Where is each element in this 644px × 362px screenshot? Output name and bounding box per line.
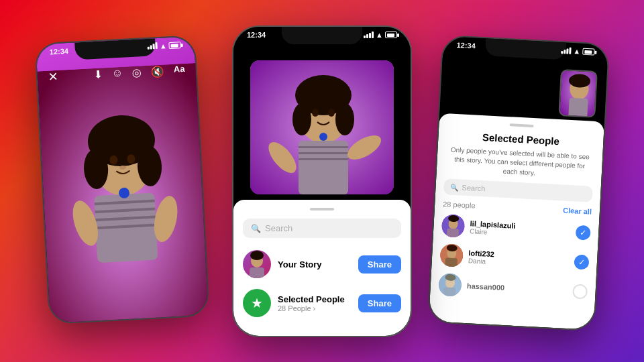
svg-rect-26 bbox=[299, 152, 348, 154]
center-bottom-sheet: 🔍 Search Your Story bbox=[233, 200, 411, 336]
right-panel-description: Only people you've selected will be able… bbox=[437, 145, 603, 182]
svg-point-20 bbox=[335, 103, 354, 135]
download-icon[interactable]: ⬇ bbox=[93, 68, 103, 81]
right-search-placeholder: Search bbox=[462, 184, 485, 193]
right-story-thumb bbox=[558, 69, 598, 118]
center-story-photo bbox=[250, 60, 394, 194]
signal-icon bbox=[147, 42, 158, 51]
svg-point-21 bbox=[312, 109, 319, 117]
right-signal-icon bbox=[561, 47, 572, 54]
search-placeholder: Search bbox=[265, 223, 292, 233]
svg-rect-27 bbox=[299, 158, 348, 160]
center-status-icons: ▲ bbox=[364, 31, 397, 39]
left-status-icons: ▲ bbox=[147, 41, 180, 51]
battery-icon bbox=[168, 42, 180, 49]
close-button[interactable]: ✕ bbox=[48, 69, 58, 84]
svg-point-19 bbox=[292, 103, 311, 135]
user-info-1: lil_lapislazuli Claire bbox=[470, 219, 571, 240]
center-battery-icon bbox=[385, 32, 397, 38]
center-signal-icon bbox=[364, 32, 374, 38]
selected-people-share-btn[interactable]: Share bbox=[358, 294, 401, 312]
svg-point-32 bbox=[250, 251, 264, 260]
selected-people-info: Selected People 28 People › bbox=[278, 294, 352, 312]
right-status-icons: ▲ bbox=[561, 46, 594, 56]
user-info-3: hassan000 bbox=[467, 282, 568, 295]
check-2[interactable]: ✓ bbox=[574, 255, 589, 270]
star-icon: ★ bbox=[251, 295, 263, 311]
your-story-share-btn[interactable]: Share bbox=[358, 255, 401, 274]
right-handle bbox=[509, 123, 533, 127]
user-avatar-3 bbox=[438, 273, 462, 297]
center-search[interactable]: 🔍 Search bbox=[243, 219, 401, 238]
right-phone-content: 12:34 ▲ bbox=[429, 36, 608, 330]
right-search-icon: 🔍 bbox=[450, 183, 459, 191]
right-count: 28 people bbox=[443, 200, 476, 210]
svg-rect-33 bbox=[250, 267, 264, 278]
svg-rect-49 bbox=[443, 287, 456, 296]
phone-left: 12:34 ▲ ✕ bbox=[34, 35, 210, 324]
your-story-avatar bbox=[243, 250, 271, 278]
your-story-row: Your Story Share bbox=[233, 245, 411, 284]
phones-container: 12:34 ▲ ✕ bbox=[0, 0, 644, 362]
phone-right: 12:34 ▲ bbox=[427, 35, 610, 331]
mute-icon[interactable]: 🔇 bbox=[150, 64, 164, 78]
svg-rect-37 bbox=[568, 98, 588, 118]
selected-people-name: Selected People bbox=[278, 294, 352, 304]
left-phone-content: 12:34 ▲ ✕ bbox=[36, 36, 208, 323]
left-story-photo bbox=[37, 63, 209, 324]
user-avatar-2 bbox=[439, 243, 464, 267]
your-story-name: Your Story bbox=[278, 259, 352, 269]
left-time: 12:34 bbox=[50, 47, 69, 56]
sheet-handle bbox=[310, 208, 334, 210]
username-3: hassan000 bbox=[467, 282, 568, 295]
text-icon[interactable]: Aa bbox=[173, 63, 185, 76]
search-icon: 🔍 bbox=[251, 224, 261, 233]
user-info-2: lofti232 Dania bbox=[468, 249, 570, 269]
user-avatar-1 bbox=[441, 214, 466, 238]
uncheck-circle-3[interactable] bbox=[572, 284, 588, 299]
center-status-bar: 12:34 ▲ bbox=[233, 31, 411, 39]
sticker-icon[interactable]: ◎ bbox=[132, 66, 142, 79]
right-panel: Selected People Only people you've selec… bbox=[429, 113, 604, 330]
svg-rect-41 bbox=[447, 229, 460, 238]
right-wifi-icon: ▲ bbox=[573, 47, 581, 56]
right-battery-icon bbox=[582, 48, 594, 56]
right-search[interactable]: 🔍 Search bbox=[443, 178, 593, 202]
selected-people-row: ★ Selected People 28 People › Share bbox=[233, 284, 411, 322]
emoji-icon[interactable]: ☺ bbox=[111, 66, 123, 80]
svg-rect-25 bbox=[299, 146, 348, 148]
svg-rect-24 bbox=[299, 141, 348, 194]
selected-people-avatar: ★ bbox=[243, 289, 271, 317]
clear-all-button[interactable]: Clear all bbox=[563, 206, 592, 216]
svg-rect-45 bbox=[445, 257, 458, 267]
svg-point-23 bbox=[319, 133, 327, 141]
your-story-info: Your Story bbox=[278, 259, 352, 269]
right-time: 12:34 bbox=[456, 41, 476, 50]
center-wifi-icon: ▲ bbox=[376, 31, 383, 39]
center-time: 12:34 bbox=[247, 31, 266, 39]
svg-point-22 bbox=[328, 109, 335, 117]
phone-center: 12:34 ▲ bbox=[232, 25, 412, 337]
left-story-bg bbox=[37, 63, 208, 323]
selected-people-sub[interactable]: 28 People › bbox=[278, 304, 352, 312]
check-1[interactable]: ✓ bbox=[576, 225, 591, 241]
wifi-icon: ▲ bbox=[159, 42, 167, 50]
center-phone-content: 12:34 ▲ bbox=[233, 27, 411, 336]
center-story-preview bbox=[250, 60, 394, 194]
